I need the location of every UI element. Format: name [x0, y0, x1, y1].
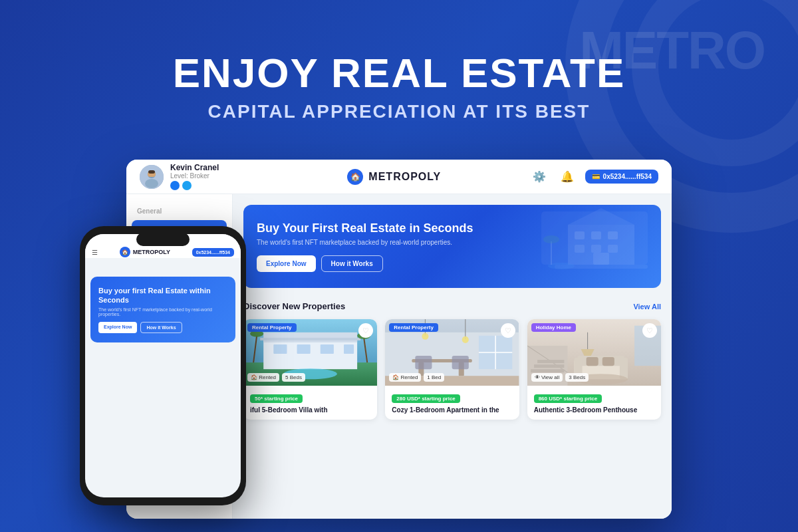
svg-rect-55	[537, 360, 564, 363]
svg-rect-28	[321, 344, 334, 354]
property-card-1: Rental Property ♡ 🏠 Rented 5 Beds 50* st…	[243, 319, 377, 420]
rented-badge-1: 🏠 Rented	[247, 373, 279, 382]
svg-rect-23	[263, 339, 357, 369]
property-tag-2: Rental Property	[389, 323, 438, 332]
svg-rect-64	[586, 357, 598, 366]
price-badge-2: 280 USD* starting price	[392, 394, 460, 403]
property-stats-1: 🏠 Rented 5 Beds	[247, 373, 305, 382]
svg-rect-26	[273, 344, 287, 354]
user-details: Kevin Cranel Level: Broker	[170, 163, 219, 190]
beds-badge-3: 3 Beds	[565, 373, 589, 382]
svg-rect-53	[531, 370, 564, 373]
svg-point-40	[462, 336, 469, 343]
svg-rect-65	[602, 357, 614, 366]
phone-mockup: ☰ 🏠 METROPOLY 0x5234......ff534 Buy your…	[80, 226, 246, 505]
user-name: Kevin Cranel	[170, 163, 219, 172]
phone-logo-icon: 🏠	[120, 247, 130, 257]
property-info-2: 280 USD* starting price Cozy 1-Bedroom A…	[385, 386, 519, 420]
beds-badge-1: 5 Beds	[282, 373, 305, 382]
hero-banner: Buy Your First Real Estate in Seconds Th…	[243, 205, 661, 288]
property-stats-3: 👁 View all 3 Beds	[531, 373, 589, 382]
favorite-button-2[interactable]: ♡	[501, 323, 515, 338]
user-info: Kevin Cranel Level: Broker	[140, 163, 259, 190]
notifications-button[interactable]: 🔔	[557, 167, 577, 187]
property-card-3: Holiday Home ♡ 👁 View all 3 Beds 860 USD…	[527, 319, 661, 420]
hero-title: ENJOY REAL ESTATE	[173, 51, 626, 96]
phone-howit-button[interactable]: How it Works	[140, 322, 182, 333]
hero-subtitle: CAPITAL APPRECIATION AT ITS BEST	[208, 101, 591, 122]
phone-screen: ☰ 🏠 METROPOLY 0x5234......ff534 Buy your…	[85, 234, 241, 497]
property-name-3: Authentic 3-Bedroom Penthouse	[534, 406, 654, 414]
banner-text: Buy Your First Real Estate in Seconds Th…	[257, 221, 648, 272]
phone-menu-icon: ☰	[92, 249, 98, 256]
explore-button[interactable]: Explore Now	[257, 255, 316, 272]
svg-point-2	[145, 179, 158, 188]
phone-notch	[136, 233, 190, 246]
wallet-icon: 💳	[592, 173, 600, 180]
svg-rect-27	[297, 344, 311, 354]
property-tag-3: Holiday Home	[531, 323, 576, 332]
property-image-1: Rental Property ♡ 🏠 Rented 5 Beds	[243, 319, 377, 386]
howit-button[interactable]: How it Works	[321, 255, 383, 272]
content-area: Buy Your First Real Estate in Seconds Th…	[233, 194, 672, 519]
property-card-2: Rental Property ♡ 🏠 Rented 1 Bed 280 USD…	[385, 319, 519, 420]
svg-rect-24	[263, 332, 357, 342]
phone-logo-area: 🏠 METROPOLY	[120, 247, 170, 257]
phone-banner-title: Buy your first Real Estate within Second…	[98, 286, 227, 305]
beds-badge-2: 1 Bed	[424, 373, 444, 382]
settings-button[interactable]: ⚙️	[529, 167, 549, 187]
banner-buttons: Explore Now How it Works	[257, 255, 648, 272]
phone-banner: Buy your first Real Estate within Second…	[90, 277, 235, 342]
logo-icon: 🏠	[347, 169, 363, 185]
property-name-1: iful 5-Bedroom Villa with	[250, 406, 370, 414]
property-name-2: Cozy 1-Bedroom Apartment in the	[392, 406, 512, 414]
view-all-link[interactable]: View All	[633, 303, 661, 311]
svg-rect-5	[148, 170, 155, 174]
logo-text: METROPOLY	[368, 171, 441, 183]
svg-rect-44	[416, 356, 432, 369]
phone-banner-subtitle: The world's first NFT marketplace backed…	[98, 307, 227, 317]
top-nav: Kevin Cranel Level: Broker 🏠 METROPOLY ⚙…	[126, 160, 672, 194]
view-badge-3: 👁 View all	[531, 373, 563, 382]
user-level: Level: Broker	[170, 172, 219, 180]
section-header: Discover New Properties View All	[243, 301, 661, 311]
avatar	[140, 165, 164, 189]
banner-subtitle: The world's first NFT marketplace backed…	[257, 239, 648, 246]
phone-spacer	[85, 258, 241, 271]
banner-title: Buy Your First Real Estate in Seconds	[257, 221, 648, 236]
hero-section: ENJOY REAL ESTATE CAPITAL APPRECIATION A…	[0, 0, 798, 173]
svg-rect-54	[534, 365, 564, 368]
property-image-3: Holiday Home ♡ 👁 View all 3 Beds	[527, 319, 661, 386]
property-tag-1: Rental Property	[247, 323, 297, 332]
properties-grid: Rental Property ♡ 🏠 Rented 5 Beds 50* st…	[243, 319, 661, 420]
facebook-icon	[170, 181, 180, 190]
svg-rect-57	[577, 356, 624, 366]
wallet-address: 0x5234......ff534	[603, 173, 652, 180]
phone-explore-button[interactable]: Explore Now	[98, 322, 137, 333]
social-icons	[170, 181, 219, 190]
general-label: General	[126, 205, 232, 220]
property-info-3: 860 USD* starting price Authentic 3-Bedr…	[527, 386, 661, 420]
section-title: Discover New Properties	[243, 301, 345, 311]
svg-point-38	[422, 333, 429, 340]
phone-logo-text: METROPOLY	[133, 249, 170, 255]
phone-frame: ☰ 🏠 METROPOLY 0x5234......ff534 Buy your…	[80, 226, 246, 505]
property-info-1: 50* starting price iful 5-Bedroom Villa …	[243, 386, 377, 420]
svg-rect-45	[452, 356, 469, 369]
property-image-2: Rental Property ♡ 🏠 Rented 1 Bed	[385, 319, 519, 386]
property-stats-2: 🏠 Rented 1 Bed	[389, 373, 444, 382]
svg-rect-29	[344, 344, 354, 354]
svg-rect-25	[260, 338, 360, 340]
phone-banner-buttons: Explore Now How it Works	[98, 322, 227, 333]
rented-badge-2: 🏠 Rented	[389, 373, 421, 382]
twitter-icon	[182, 181, 192, 190]
price-badge-3: 860 USD* starting price	[534, 394, 602, 403]
price-badge-1: 50* starting price	[250, 394, 303, 403]
wallet-button[interactable]: 💳 0x5234......ff534	[585, 170, 658, 184]
phone-wallet-button[interactable]: 0x5234......ff534	[192, 248, 234, 257]
logo-area: 🏠 METROPOLY	[259, 169, 529, 185]
nav-actions: ⚙️ 🔔 💳 0x5234......ff534	[529, 167, 658, 187]
